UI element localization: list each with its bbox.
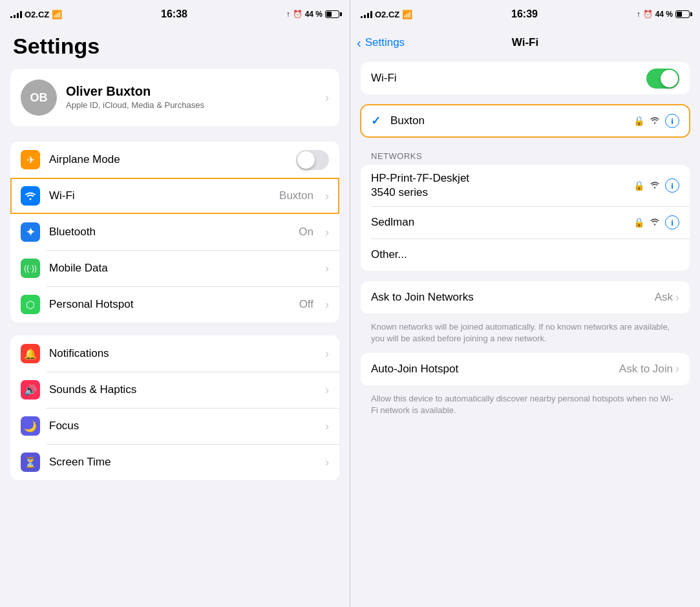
hotspot-value: Off — [299, 298, 313, 311]
wifi-icon-left: 📶 — [52, 10, 62, 19]
right-status-left: ↑ ⏰ 44 % — [286, 10, 339, 19]
ask-join-row[interactable]: Ask to Join Networks Ask › — [361, 281, 690, 314]
network-name-sedlman: Sedlman — [371, 209, 627, 236]
auto-join-description: Allow this device to automatically disco… — [350, 390, 700, 424]
wifi-row[interactable]: Wi-Fi Buxton › — [10, 178, 339, 214]
sedlman-lock-icon: 🔒 — [633, 217, 644, 228]
ask-join-description: Known networks will be joined automatica… — [350, 319, 700, 352]
alarm-icon-right: ⏰ — [643, 10, 653, 19]
status-bar-right: O2.CZ 📶 16:39 ↑ ⏰ 44 % — [350, 0, 700, 28]
connected-network-row[interactable]: ✓ Buxton 🔒 i — [361, 105, 690, 137]
wifi-row-container: Wi-Fi Buxton › — [10, 178, 339, 214]
profile-name: Oliver Buxton — [66, 84, 316, 99]
wifi-icon-row — [21, 186, 40, 206]
sounds-label: Sounds & Haptics — [49, 383, 316, 396]
settings-group-2: 🔔 Notifications › 🔊 Sounds & Haptics › 🌙… — [10, 335, 339, 480]
airplane-label: Airplane Mode — [49, 153, 287, 166]
carrier-name-right: O2.CZ — [375, 10, 399, 19]
notifications-label: Notifications — [49, 347, 316, 360]
wifi-icon-right: 📶 — [402, 10, 412, 19]
airplane-toggle[interactable] — [296, 150, 329, 170]
profile-card[interactable]: OB Oliver Buxton Apple ID, iCloud, Media… — [10, 69, 339, 126]
wifi-value: Buxton — [279, 189, 313, 202]
battery-pct-right: 44 % — [655, 10, 673, 19]
network-name-other: Other... — [371, 241, 679, 268]
network-row-sedlman[interactable]: Sedlman 🔒 i — [361, 206, 690, 239]
networks-section-label: NETWORKS — [350, 147, 700, 165]
network-row-hp[interactable]: HP-Print-7F-Deskjet3540 series 🔒 i — [361, 165, 690, 206]
back-button[interactable]: ‹ Settings — [357, 36, 405, 50]
screentime-chevron: › — [325, 456, 329, 469]
right-status-right: ↑ ⏰ 44 % — [637, 10, 690, 19]
connected-info-button[interactable]: i — [665, 114, 679, 128]
networks-list: HP-Print-7F-Deskjet3540 series 🔒 i Sedlm… — [361, 165, 690, 271]
hotspot-chevron: › — [325, 298, 329, 312]
connected-network-name: Buxton — [390, 114, 627, 127]
sounds-icon: 🔊 — [21, 380, 40, 399]
settings-panel: O2.CZ 📶 16:38 ↑ ⏰ 44 % Settings OB Olive… — [0, 0, 350, 607]
focus-row[interactable]: 🌙 Focus › — [10, 408, 339, 444]
screentime-row[interactable]: ⏳ Screen Time › — [10, 444, 339, 480]
wifi-header: ‹ Settings Wi-Fi — [350, 28, 700, 57]
bluetooth-label: Bluetooth — [49, 226, 290, 239]
focus-label: Focus — [49, 420, 316, 432]
status-bar-left: O2.CZ 📶 16:38 ↑ ⏰ 44 % — [0, 0, 350, 28]
sounds-chevron: › — [325, 383, 329, 397]
auto-join-group: Auto-Join Hotspot Ask to Join › — [361, 353, 690, 385]
mobiledata-row[interactable]: ((·)) Mobile Data › — [10, 250, 339, 286]
signal-bars-right — [361, 10, 372, 18]
profile-sub: Apple ID, iCloud, Media & Purchases — [66, 100, 316, 111]
bluetooth-row[interactable]: ✦ Bluetooth On › — [10, 214, 339, 250]
screentime-icon: ⏳ — [21, 453, 40, 472]
wifi-chevron: › — [325, 189, 329, 203]
auto-join-row[interactable]: Auto-Join Hotspot Ask to Join › — [361, 353, 690, 385]
lock-icon: 🔒 — [633, 116, 644, 126]
bluetooth-chevron: › — [325, 226, 329, 239]
hp-info-button[interactable]: i — [665, 178, 679, 193]
mobiledata-icon: ((·)) — [21, 259, 40, 278]
auto-join-value: Ask to Join — [619, 363, 673, 376]
ask-join-group: Ask to Join Networks Ask › — [361, 281, 690, 314]
airplane-icon: ✈ — [21, 150, 40, 169]
sedlman-wifi-icon — [650, 217, 660, 228]
signal-bars-left — [10, 10, 22, 18]
airplane-mode-row[interactable]: ✈ Airplane Mode — [10, 142, 339, 178]
hp-lock-icon: 🔒 — [633, 180, 644, 191]
sedlman-info-button[interactable]: i — [665, 215, 679, 229]
location-icon-right: ↑ — [637, 10, 641, 19]
mobiledata-chevron: › — [325, 262, 329, 275]
notifications-row[interactable]: 🔔 Notifications › — [10, 335, 339, 372]
wifi-settings-panel: O2.CZ 📶 16:39 ↑ ⏰ 44 % ‹ Settings Wi-Fi … — [350, 0, 700, 607]
carrier-left: O2.CZ 📶 — [10, 10, 62, 19]
sounds-row[interactable]: 🔊 Sounds & Haptics › — [10, 372, 339, 408]
auto-join-chevron: › — [675, 362, 679, 376]
focus-chevron: › — [325, 420, 329, 433]
network-name-hp: HP-Print-7F-Deskjet3540 series — [371, 165, 627, 206]
time-right: 16:39 — [511, 8, 538, 20]
bluetooth-icon: ✦ — [21, 222, 40, 242]
profile-info: Oliver Buxton Apple ID, iCloud, Media & … — [66, 84, 316, 111]
battery-right — [675, 10, 690, 18]
wifi-page-title: Wi-Fi — [512, 36, 538, 49]
settings-title: Settings — [0, 28, 350, 69]
hotspot-label: Personal Hotspot — [49, 298, 290, 311]
ask-join-value: Ask — [655, 291, 673, 304]
back-label: Settings — [365, 36, 405, 49]
network-row-other[interactable]: Other... — [361, 239, 690, 271]
profile-chevron: › — [325, 91, 329, 105]
mobiledata-label: Mobile Data — [49, 262, 316, 275]
battery-left — [325, 10, 339, 18]
alarm-icon: ⏰ — [293, 10, 302, 19]
battery-pct-left: 44 % — [305, 10, 323, 19]
location-icon: ↑ — [286, 10, 290, 19]
hotspot-row[interactable]: ⬡ Personal Hotspot Off › — [10, 286, 339, 323]
screentime-label: Screen Time — [49, 456, 316, 469]
ask-join-label: Ask to Join Networks — [371, 291, 655, 304]
auto-join-label: Auto-Join Hotspot — [371, 363, 619, 376]
wifi-toggle-row: Wi-Fi — [361, 62, 690, 94]
connected-network-icons: 🔒 i — [633, 114, 679, 128]
wifi-toggle[interactable] — [646, 69, 679, 89]
avatar: OB — [21, 80, 57, 116]
bluetooth-value: On — [299, 226, 313, 239]
back-chevron-icon: ‹ — [357, 36, 361, 50]
